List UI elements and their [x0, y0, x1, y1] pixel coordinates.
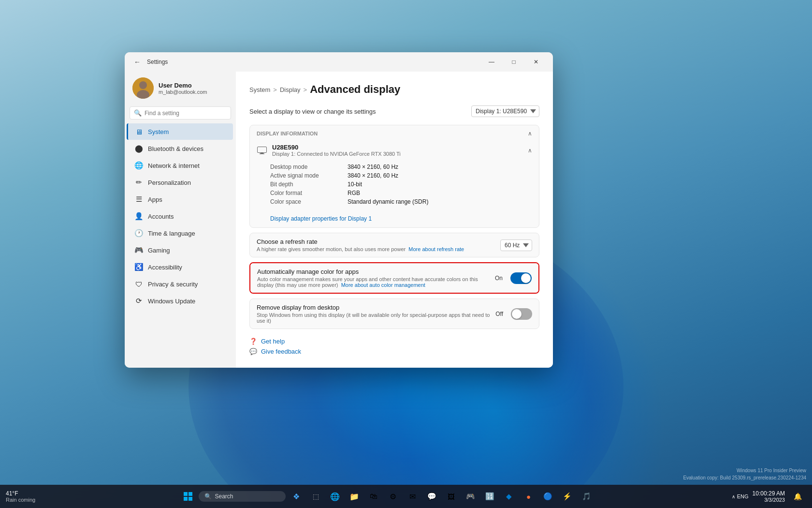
taskbar-app1[interactable]: 🔵 — [539, 488, 556, 505]
taskbar-edge[interactable]: 🌐 — [326, 488, 344, 505]
chevron-icon[interactable]: ∧ — [732, 494, 735, 499]
sidebar-item-bluetooth[interactable]: ⬤Bluetooth & devices — [128, 140, 233, 157]
taskbar-explorer[interactable]: 📁 — [346, 488, 363, 505]
system-icon: 🖥 — [134, 127, 143, 136]
display-info-row: Color spaceStandard dynamic range (SDR) — [270, 197, 532, 206]
get-help-label: Get help — [261, 338, 285, 345]
sidebar-item-time[interactable]: 🕐Time & language — [128, 225, 233, 241]
user-name: User Demo — [159, 82, 207, 89]
taskbar-right: ∧ ENG 10:00:29 AM 3/3/2023 🔔 — [732, 488, 806, 505]
taskbar-store[interactable]: 🛍 — [365, 488, 382, 505]
taskbar-app3[interactable]: 🎵 — [578, 488, 595, 505]
avatar-image — [132, 77, 154, 99]
taskbar-photos[interactable]: 🖼 — [442, 488, 460, 505]
auto-color-inner: Automatically manage color for apps Auto… — [250, 263, 538, 293]
breadcrumb-sep-2: > — [304, 86, 307, 93]
close-button[interactable]: ✕ — [525, 54, 547, 70]
taskbar-mail[interactable]: ✉ — [404, 488, 421, 505]
taskbar-vscode[interactable]: ◆ — [500, 488, 518, 505]
maximize-button[interactable]: □ — [503, 54, 525, 70]
taskbar-xbox[interactable]: 🎮 — [462, 488, 479, 505]
remove-display-toggle[interactable] — [511, 308, 532, 320]
system-tray[interactable]: ∧ ENG — [732, 493, 749, 499]
user-info: User Demo m_lab@outlook.com — [159, 82, 207, 95]
refresh-rate-link[interactable]: More about refresh rate — [408, 246, 464, 252]
start-button[interactable] — [179, 488, 197, 505]
taskbar-browser2[interactable]: ● — [520, 488, 537, 505]
sidebar-item-gaming[interactable]: 🎮Gaming — [128, 242, 233, 258]
display-select[interactable]: Display 1: U28E590 — [471, 105, 539, 117]
breadcrumb-display[interactable]: Display — [280, 86, 301, 93]
window-body: User Demo m_lab@outlook.com 🔍 🖥System⬤Bl… — [125, 72, 553, 368]
adapter-link[interactable]: Display adapter properties for Display 1 — [270, 215, 372, 222]
sidebar-item-apps[interactable]: ☰Apps — [128, 191, 233, 208]
remove-display-toggle-label: Off — [495, 311, 503, 317]
info-value-1: 3840 × 2160, 60 Hz — [348, 172, 398, 179]
sidebar-item-privacy[interactable]: 🛡Privacy & security — [128, 276, 233, 292]
info-label-4: Color space — [270, 198, 348, 205]
breadcrumb-current: Advanced display — [310, 83, 400, 96]
sidebar-item-label-update: Windows Update — [148, 298, 195, 305]
monitor-name: U28E590 — [272, 144, 401, 151]
windows-logo-icon — [184, 492, 192, 501]
title-bar: ← Settings — □ ✕ — [125, 52, 553, 72]
auto-color-link[interactable]: More about auto color management — [341, 282, 425, 288]
remove-display-toggle-group: Off — [495, 308, 532, 320]
sidebar-item-network[interactable]: 🌐Network & internet — [128, 157, 233, 174]
taskbar-app2[interactable]: ⚡ — [558, 488, 576, 505]
accessibility-icon: ♿ — [134, 263, 143, 271]
lang-indicator: ENG — [737, 493, 749, 499]
sidebar-search[interactable]: 🔍 — [130, 106, 231, 120]
search-input[interactable] — [145, 110, 227, 117]
auto-color-title: Automatically manage color for apps — [257, 268, 491, 275]
get-help-link[interactable]: ❓ Get help — [249, 338, 539, 345]
display-info-header[interactable]: Display information ∧ — [250, 125, 539, 142]
back-button[interactable]: ← — [130, 55, 144, 69]
taskbar-teams[interactable]: 💬 — [423, 488, 440, 505]
sidebar-item-label-personalization: Personalization — [148, 179, 191, 186]
svg-rect-8 — [184, 497, 188, 501]
display-info-section-title: Display information — [257, 131, 318, 136]
sidebar-item-label-accounts: Accounts — [148, 213, 174, 220]
taskbar-taskview[interactable]: ⬚ — [307, 488, 324, 505]
sidebar-item-accessibility[interactable]: ♿Accessibility — [128, 259, 233, 275]
sidebar-item-update[interactable]: ⟳Windows Update — [128, 293, 233, 309]
sidebar-item-system[interactable]: 🖥System — [127, 123, 233, 140]
refresh-rate-select[interactable]: 60 Hz — [500, 239, 532, 251]
refresh-rate-row: Choose a refresh rate A higher rate give… — [249, 233, 539, 257]
sidebar-item-label-network: Network & internet — [148, 162, 200, 169]
svg-rect-7 — [188, 492, 192, 496]
taskbar-settings-pinned[interactable]: ⚙ — [384, 488, 402, 505]
refresh-rate-title: Choose a refresh rate — [257, 238, 464, 245]
sidebar-item-label-apps: Apps — [148, 196, 162, 203]
taskbar-calc[interactable]: 🔢 — [481, 488, 498, 505]
display-info-row: Active signal mode3840 × 2160, 60 Hz — [270, 171, 532, 180]
get-help-icon: ❓ — [249, 338, 257, 345]
info-label-1: Active signal mode — [270, 172, 348, 179]
auto-color-toggle[interactable] — [510, 272, 532, 284]
display-info-row: Desktop mode3840 × 2160, 60 Hz — [270, 163, 532, 171]
breadcrumb-system[interactable]: System — [249, 86, 270, 93]
network-icon: 🌐 — [134, 161, 143, 170]
sidebar-item-personalization[interactable]: ✏Personalization — [128, 174, 233, 191]
taskbar-clock[interactable]: 10:00:29 AM 3/3/2023 — [753, 490, 785, 503]
taskbar-search[interactable]: 🔍 Search — [199, 491, 286, 502]
svg-rect-6 — [184, 492, 188, 496]
monitor-row[interactable]: U28E590 Display 1: Connected to NVIDIA G… — [250, 142, 539, 161]
auto-color-desc: Auto color management makes sure your ap… — [257, 276, 491, 288]
taskbar-weather[interactable]: 41°F Rain coming — [6, 490, 35, 503]
info-label-3: Color format — [270, 190, 348, 196]
svg-rect-9 — [188, 497, 192, 501]
monitor-icon — [257, 145, 267, 156]
auto-color-toggle-label: On — [495, 275, 503, 282]
give-feedback-link[interactable]: 💬 Give feedback — [249, 348, 539, 355]
sidebar-item-accounts[interactable]: 👤Accounts — [128, 208, 233, 224]
notification-icon[interactable]: 🔔 — [789, 488, 806, 505]
taskbar-widgets[interactable]: ❖ — [288, 488, 305, 505]
nav-list: 🖥System⬤Bluetooth & devices🌐Network & in… — [125, 123, 236, 309]
minimize-button[interactable]: — — [480, 54, 503, 70]
breadcrumb-sep-1: > — [273, 86, 277, 93]
user-profile[interactable]: User Demo m_lab@outlook.com — [125, 72, 236, 106]
remove-display-row: Remove display from desktop Stop Windows… — [249, 299, 539, 329]
info-value-4: Standard dynamic range (SDR) — [348, 198, 428, 205]
